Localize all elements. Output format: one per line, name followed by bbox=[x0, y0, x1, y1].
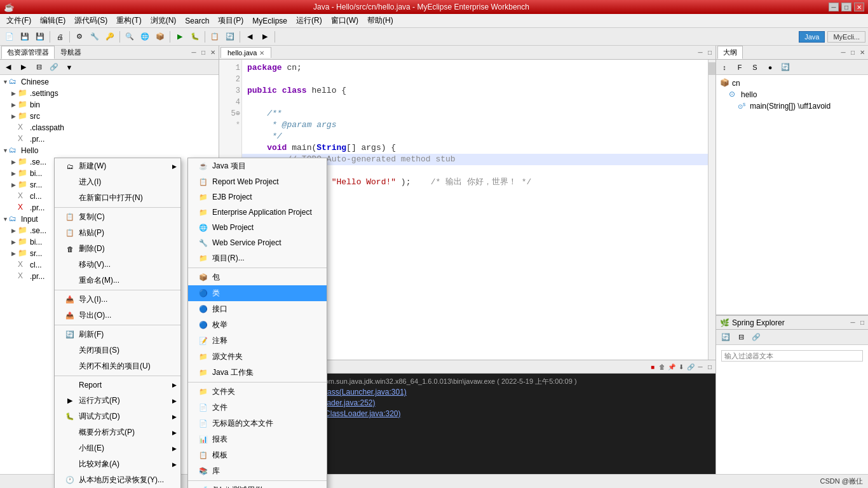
minimize-editor-button[interactable]: ─ bbox=[696, 48, 705, 57]
submenu-interface[interactable]: 🔵 接口 bbox=[188, 301, 327, 317]
spring-tab-item[interactable]: 🌿 Spring Explorer bbox=[717, 318, 787, 327]
menu-run[interactable]: 运行(R) bbox=[292, 14, 326, 27]
tab-navigator[interactable]: 导航器 bbox=[55, 46, 87, 59]
link-editor-button[interactable]: 🔗 bbox=[47, 60, 61, 74]
tb-btn9[interactable]: 📋 bbox=[208, 30, 222, 44]
tb-btn4[interactable]: 🔧 bbox=[88, 30, 102, 44]
back-button[interactable]: ◀ bbox=[243, 30, 257, 44]
submenu-report-web-project[interactable]: 📋 Report Web Project bbox=[188, 174, 327, 189]
close-button[interactable]: ✕ bbox=[854, 3, 864, 11]
editor-scrollbar[interactable] bbox=[708, 60, 715, 360]
tb-btn10[interactable]: 🔄 bbox=[223, 30, 237, 44]
console-scroll-button[interactable]: ⬇ bbox=[677, 362, 686, 371]
submenu-web-service[interactable]: 🔧 Web Service Project bbox=[188, 235, 327, 250]
tb-btn3[interactable]: ⚙ bbox=[72, 30, 86, 44]
tree-item-hello-project[interactable]: ▼ 🗂 Hello bbox=[1, 145, 217, 156]
ctx-restore[interactable]: 🕐 从本地历史记录恢复(Y)... bbox=[55, 472, 180, 488]
tree-item-settings[interactable]: ▶ 📁 .settings bbox=[1, 88, 217, 99]
collapse-all-button[interactable]: ⊟ bbox=[32, 60, 46, 74]
submenu-folder[interactable]: 📁 文件夹 bbox=[188, 384, 327, 400]
submenu-project-other[interactable]: 📁 项目(R)... bbox=[188, 250, 327, 266]
tb-btn8[interactable]: 📦 bbox=[153, 30, 167, 44]
submenu-template[interactable]: 📋 模板 bbox=[188, 447, 327, 463]
ctx-rename[interactable]: 重命名(M)... bbox=[55, 273, 180, 288]
ctx-run-as[interactable]: ▶ 运行方式(R) bbox=[55, 393, 180, 409]
maximize-panel-button[interactable]: □ bbox=[199, 48, 208, 57]
outline-sort-button[interactable]: ↕ bbox=[717, 60, 731, 74]
outline-item-main[interactable]: ⊙s main(String[]) \uff1avoid bbox=[719, 100, 865, 112]
menu-myeclipse[interactable]: MyEclipse bbox=[248, 15, 291, 27]
ctx-profile-as[interactable]: 概要分析方式(P) bbox=[55, 424, 180, 440]
submenu-class[interactable]: 🔵 类 bbox=[188, 285, 327, 301]
outline-hide-fields-button[interactable]: F bbox=[733, 60, 747, 74]
ctx-compare[interactable]: 比较对象(A) bbox=[55, 456, 180, 472]
close-outline-button[interactable]: ✕ bbox=[858, 48, 867, 57]
maximize-console-button[interactable]: □ bbox=[705, 362, 714, 371]
minimize-outline-button[interactable]: ─ bbox=[839, 48, 848, 57]
ctx-paste[interactable]: 📋 粘贴(P) bbox=[55, 225, 180, 241]
clear-console-button[interactable]: 🗑 bbox=[658, 362, 667, 371]
ctx-team[interactable]: 小组(E) bbox=[55, 440, 180, 456]
submenu-ejb-project[interactable]: 📁 EJB Project bbox=[188, 189, 327, 205]
stop-console-button[interactable]: ■ bbox=[648, 362, 657, 371]
ctx-move[interactable]: 移动(V)... bbox=[55, 257, 180, 273]
menu-browse[interactable]: 浏览(N) bbox=[147, 14, 180, 27]
ctx-debug-as[interactable]: 🐛 调试方式(D) bbox=[55, 409, 180, 424]
outline-sync-button[interactable]: 🔄 bbox=[778, 60, 792, 74]
submenu-enum[interactable]: 🔵 枚举 bbox=[188, 317, 327, 333]
outline-hide-static-button[interactable]: S bbox=[748, 60, 762, 74]
minimize-console-button[interactable]: ─ bbox=[696, 362, 705, 371]
submenu-file[interactable]: 📄 文件 bbox=[188, 400, 327, 416]
submenu-enterprise-app[interactable]: 📁 Enterprise Application Project bbox=[188, 205, 327, 220]
outline-hide-nonpublic-button[interactable]: ● bbox=[763, 60, 777, 74]
tab-package-explorer[interactable]: 包资源管理器 bbox=[1, 46, 55, 59]
maximize-button[interactable]: □ bbox=[841, 3, 851, 11]
spring-collapse-button[interactable]: ⊟ bbox=[734, 330, 748, 344]
ctx-open-new-window[interactable]: 在新窗口中打开(N) bbox=[55, 190, 180, 206]
menu-refactor[interactable]: 重构(T) bbox=[112, 14, 145, 27]
perspective-myeclipse[interactable]: MyEcli... bbox=[827, 31, 865, 43]
menu-edit[interactable]: 编辑(E) bbox=[36, 14, 69, 27]
submenu-untitled-text[interactable]: 📄 无标题的文本文件 bbox=[188, 416, 327, 431]
submenu-java-working-set[interactable]: 📁 Java 工作集 bbox=[188, 365, 327, 381]
view-menu-button[interactable]: ▼ bbox=[62, 60, 76, 74]
pin-console-button[interactable]: 📌 bbox=[667, 362, 676, 371]
debug-button[interactable]: 🐛 bbox=[188, 30, 202, 44]
tree-item-classpath[interactable]: ▶ X .classpath bbox=[1, 122, 217, 133]
ctx-copy[interactable]: 📋 复制(C) bbox=[55, 209, 180, 225]
perspective-java[interactable]: Java bbox=[799, 31, 825, 43]
submenu-web-project[interactable]: 🌐 Web Project bbox=[188, 220, 327, 235]
submenu-annotation[interactable]: 📝 注释 bbox=[188, 333, 327, 349]
minimize-spring-button[interactable]: ─ bbox=[848, 318, 857, 327]
maximize-editor-button[interactable]: □ bbox=[705, 48, 714, 57]
spring-filter-input[interactable] bbox=[721, 350, 863, 362]
maximize-spring-button[interactable]: □ bbox=[858, 318, 867, 327]
tab-hello-java[interactable]: hello.java ✕ bbox=[220, 47, 271, 58]
ctx-delete[interactable]: 🗑 删除(D) bbox=[55, 241, 180, 257]
ctx-new[interactable]: 🗂 新建(W) bbox=[55, 158, 180, 174]
menu-project[interactable]: 项目(P) bbox=[214, 14, 247, 27]
print-button[interactable]: 🖨 bbox=[53, 30, 67, 44]
ctx-close-project[interactable]: 关闭项目(S) bbox=[55, 342, 180, 358]
menu-source[interactable]: 源代码(S) bbox=[71, 14, 111, 27]
ctx-import[interactable]: 📥 导入(I)... bbox=[55, 292, 180, 308]
ctx-enter[interactable]: 进入(I) bbox=[55, 174, 180, 190]
tb-btn7[interactable]: 🌐 bbox=[138, 30, 152, 44]
save-button[interactable]: 💾 bbox=[18, 30, 32, 44]
submenu-report[interactable]: 📊 报表 bbox=[188, 431, 327, 447]
outline-item-hello[interactable]: ⊙ hello bbox=[719, 89, 865, 100]
close-panel-button[interactable]: ✕ bbox=[208, 48, 217, 57]
outline-item-cn[interactable]: 📦 cn bbox=[719, 78, 865, 89]
tree-item-bin[interactable]: ▶ 📁 bin bbox=[1, 99, 217, 111]
ctx-export[interactable]: 📤 导出(O)... bbox=[55, 308, 180, 323]
tb-btn6[interactable]: 🔍 bbox=[123, 30, 137, 44]
submenu-package[interactable]: 📦 包 bbox=[188, 269, 327, 285]
menu-help[interactable]: 帮助(H) bbox=[363, 14, 397, 27]
spring-link-button[interactable]: 🔗 bbox=[749, 330, 763, 344]
forward-tree-button[interactable]: ▶ bbox=[17, 60, 31, 74]
ctx-report[interactable]: Report bbox=[55, 377, 180, 393]
minimize-button[interactable]: ─ bbox=[829, 3, 839, 11]
submenu-library[interactable]: 📚 库 bbox=[188, 463, 327, 479]
tree-item-project-chinese[interactable]: ▶ X .pr... bbox=[1, 133, 217, 145]
back-tree-button[interactable]: ◀ bbox=[1, 60, 15, 74]
